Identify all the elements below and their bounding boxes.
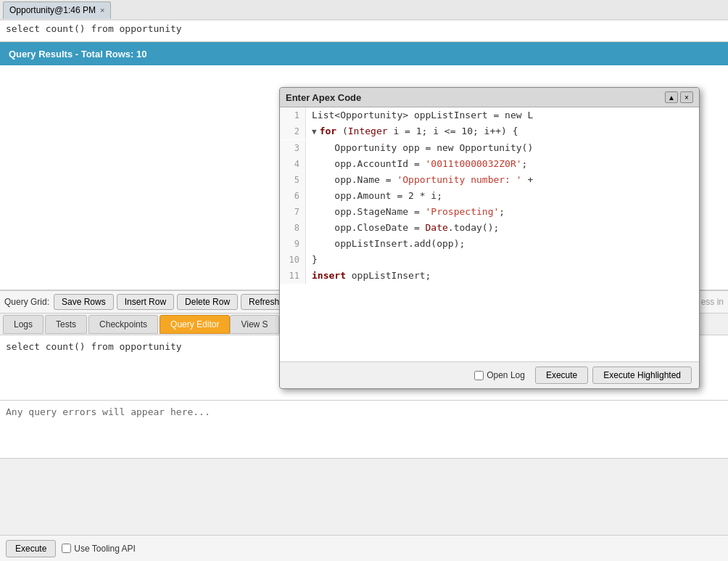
line-number: 6: [280, 188, 306, 204]
code-token: .today();: [448, 222, 499, 233]
code-token: (: [336, 126, 348, 136]
modal-execute-highlighted-button[interactable]: Execute Highlighted: [592, 367, 692, 384]
code-line: 10}: [280, 252, 699, 268]
code-token: oppListInsert.add(opp);: [334, 238, 465, 249]
line-number: 5: [280, 172, 306, 188]
code-token: ;: [499, 206, 505, 217]
code-line: 1List<Opportunity> oppListInsert = new L: [280, 107, 699, 123]
code-line: 6 opp.Amount = 2 * i;: [280, 188, 699, 204]
code-line: 8 opp.CloseDate = Date.today();: [280, 220, 699, 236]
code-token: opp.StageName =: [334, 206, 425, 217]
line-number: 2: [280, 123, 306, 139]
code-token: insert: [312, 270, 346, 281]
line-number: 11: [280, 268, 306, 284]
code-token: opp.AccountId =: [334, 158, 425, 169]
code-line: 2▼for (Integer i = 1; i <= 10; i++) {: [280, 123, 699, 140]
code-token: List<Opportunity> oppListInsert = new L: [312, 110, 533, 120]
line-number: 9: [280, 236, 306, 252]
line-content: opp.StageName = 'Prospecting';: [306, 204, 510, 220]
line-number: 1: [280, 107, 306, 123]
code-line: 7 opp.StageName = 'Prospecting';: [280, 204, 699, 220]
line-content: List<Opportunity> oppListInsert = new L: [306, 107, 539, 123]
modal-execute-button[interactable]: Execute: [535, 367, 588, 384]
code-token: opp.Name =: [334, 174, 397, 185]
line-content: Opportunity opp = new Opportunity(): [306, 140, 539, 156]
code-token: Integer: [348, 126, 388, 136]
modal-footer: Open Log Execute Execute Highlighted: [280, 361, 699, 388]
line-content: }: [306, 252, 323, 268]
line-content: opp.AccountId = '0011t0000032Z0R';: [306, 156, 533, 172]
code-token: Date: [426, 222, 448, 233]
open-log-checkbox[interactable]: [474, 371, 484, 380]
line-content: opp.Name = 'Opportunity number: ' +: [306, 172, 539, 188]
code-token: for: [320, 126, 336, 136]
code-token: i = 1; i <= 10; i++) {: [388, 126, 518, 136]
code-token: opp.Amount = 2 * i;: [334, 190, 442, 201]
line-content: ▼for (Integer i = 1; i <= 10; i++) {: [306, 123, 524, 140]
line-number: 3: [280, 140, 306, 156]
code-token: +: [522, 174, 534, 185]
modal-overlay: Enter Apex Code ▲ × 1List<Opportunity> o…: [0, 0, 728, 561]
open-log-text: Open Log: [487, 370, 525, 380]
line-content: insert oppListInsert;: [306, 268, 437, 284]
line-content: oppListInsert.add(opp);: [306, 236, 471, 252]
apex-code-modal: Enter Apex Code ▲ × 1List<Opportunity> o…: [279, 87, 700, 389]
modal-close-button[interactable]: ×: [680, 91, 693, 103]
code-line: 5 opp.Name = 'Opportunity number: ' +: [280, 172, 699, 188]
code-token: 'Prospecting': [426, 206, 500, 217]
line-number: 8: [280, 220, 306, 236]
code-token: }: [312, 254, 318, 265]
modal-controls: ▲ ×: [665, 91, 693, 103]
line-content: opp.CloseDate = Date.today();: [306, 220, 505, 236]
code-token: 'Opportunity number: ': [397, 174, 521, 185]
modal-minimize-button[interactable]: ▲: [665, 91, 678, 103]
line-number: 10: [280, 252, 306, 268]
code-line: 9 oppListInsert.add(opp);: [280, 236, 699, 252]
code-line: 3 Opportunity opp = new Opportunity(): [280, 140, 699, 156]
code-line: 4 opp.AccountId = '0011t0000032Z0R';: [280, 156, 699, 172]
code-token: opp.CloseDate =: [334, 222, 425, 233]
code-token: oppListInsert;: [346, 270, 431, 281]
code-token: ;: [522, 158, 528, 169]
modal-titlebar: Enter Apex Code ▲ ×: [280, 88, 699, 107]
line-content: opp.Amount = 2 * i;: [306, 188, 448, 204]
line-number: 4: [280, 156, 306, 172]
code-editor[interactable]: 1List<Opportunity> oppListInsert = new L…: [280, 107, 699, 361]
code-line: 11insert oppListInsert;: [280, 268, 699, 284]
modal-title: Enter Apex Code: [286, 92, 361, 103]
open-log-label[interactable]: Open Log: [474, 370, 525, 380]
code-token: Opportunity opp = new Opportunity(): [334, 142, 533, 153]
code-token: '0011t0000032Z0R': [426, 158, 522, 169]
line-number: 7: [280, 204, 306, 220]
